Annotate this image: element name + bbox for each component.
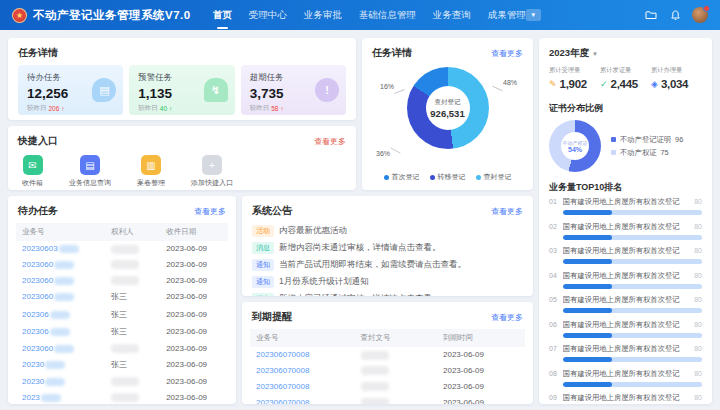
business-no-link[interactable]: 20230 (22, 377, 44, 386)
business-no-link[interactable]: 2023 (22, 393, 40, 402)
table-row: 202306070008 2023-06-09 (250, 394, 525, 404)
top10-label: 国有建设用地上房屋所有权首次登记 (563, 320, 680, 330)
business-no-link[interactable]: 202306070008 (256, 366, 309, 375)
top10-value: 80 (694, 370, 702, 377)
business-no-link[interactable]: 202306 (22, 310, 49, 319)
quick-entry-item[interactable]: ▤ 业务信息查询 (69, 155, 111, 188)
col-header-seal-doc-no: 查封文号 (355, 329, 438, 347)
table-row: 202306070008 2023-06-09 (250, 363, 525, 379)
business-no-link[interactable]: 202306070008 (256, 382, 309, 391)
announcement-item[interactable]: 通知 当前产品试用期即将结束，如需续费请点击查看。 (242, 257, 533, 274)
stat-value: 2,445 (611, 78, 638, 90)
legend-label: 转移登记 (438, 172, 466, 182)
main-nav: 首页受理中心业务审批基础信息管理业务查询成果管理 (213, 9, 526, 22)
announcement-text: 新增内容已经通过审核，详情请点击查看。 (279, 293, 441, 296)
business-no-link[interactable]: 2023060 (22, 344, 53, 353)
expiry-reminder-panel: 到期提醒 查看更多 业务号 查封文号 到期时间 202306070008 202… (242, 302, 533, 404)
nav-item[interactable]: 业务审批 (304, 9, 342, 22)
stat-card[interactable]: 预警任务 1,135 较昨日 40 ↑ ↯ (129, 65, 234, 115)
nav-item[interactable]: 成果管理 (488, 9, 526, 22)
nav-item[interactable]: 受理中心 (249, 9, 287, 22)
nav-item[interactable]: 业务查询 (433, 9, 471, 22)
owner-cell (111, 344, 139, 353)
table-row: 20230 2023-06-09 (16, 374, 228, 390)
business-no-link[interactable]: 202306070008 (256, 350, 309, 359)
announcement-item[interactable]: 消息 新增内容已经通过审核，详情请点击查看。 (242, 290, 533, 296)
date-cell: 2023-06-09 (437, 394, 525, 404)
legend-dot (611, 150, 616, 155)
stat-label: 累计受理量 (549, 66, 600, 75)
progress-bar-fill (563, 284, 612, 289)
owner-cell: 张三 (111, 326, 127, 337)
business-no-link[interactable]: 202306070008 (256, 398, 309, 404)
top10-value: 80 (694, 198, 702, 205)
top10-label: 国有建设用地上房屋所有权首次登记 (563, 369, 680, 379)
donut-center-label: 查封登记 (435, 98, 461, 107)
panel-title: 到期提醒 (252, 310, 292, 324)
top10-value: 80 (694, 394, 702, 401)
doc-no-cell (361, 351, 389, 360)
quick-entry-item[interactable]: ✉ 收件箱 (22, 155, 43, 188)
stat-subtext: 较昨日 40 ↑ (138, 104, 225, 113)
stat-card[interactable]: 超期任务 3,735 较昨日 58 ↑ ! (241, 65, 346, 115)
progress-bar-fill (563, 382, 612, 387)
quick-entry-items: ✉ 收件箱 ▤ 业务信息查询 ▥ 案卷整理 + 添加快捷入口 (8, 153, 356, 190)
leader-line (394, 89, 405, 94)
quick-entry-item[interactable]: + 添加快捷入口 (191, 155, 233, 188)
redacted-blur (41, 394, 61, 402)
progress-bar-track (563, 333, 702, 338)
nav-more-chevron-down-icon[interactable]: ▾ (526, 9, 541, 21)
stat-card[interactable]: 待办任务 12,256 较昨日 206 ↑ ▤ (18, 65, 123, 115)
announcement-item[interactable]: 消息 新增内容尚未通过审核，详情请点击查看。 (242, 240, 533, 257)
business-no-link[interactable]: 20230603 (22, 244, 58, 253)
view-more-link[interactable]: 查看更多 (491, 206, 523, 217)
col-header-expiry: 到期时间 (437, 329, 525, 347)
view-more-link[interactable]: 查看更多 (314, 136, 346, 147)
quick-entry-label: 收件箱 (22, 178, 43, 188)
alarm-icon: ! (315, 78, 339, 102)
rank-number: 09 (549, 393, 557, 404)
progress-bar-fill (563, 357, 612, 362)
legend-item: 不动产登记证明 96 (611, 135, 683, 145)
legend-label: 查封登记 (484, 172, 512, 182)
tasks-donut: 查封登记 926,531 (407, 67, 489, 149)
pencil-icon: ✎ (549, 79, 557, 89)
business-no-link[interactable]: 2023060 (22, 276, 53, 285)
top10-label: 国有建设用地上房屋所有权首次登记 (563, 344, 680, 354)
chevron-down-icon: ▾ (593, 50, 597, 58)
nav-item[interactable]: 首页 (213, 9, 232, 22)
top10-item: 09 国有建设用地上房屋所有权首次登记 80 (539, 393, 712, 404)
top10-item: 07 国有建设用地上房屋所有权首次登记 80 (539, 344, 712, 362)
top10-value: 80 (694, 296, 702, 303)
bell-icon[interactable] (668, 9, 682, 21)
view-more-link[interactable]: 查看更多 (194, 206, 226, 217)
progress-bar-track (563, 284, 702, 289)
announcement-item[interactable]: 活动 内容最新优惠活动 (242, 223, 533, 240)
folder-icon[interactable] (644, 9, 658, 21)
business-no-link[interactable]: 202306 (22, 327, 49, 336)
legend-label: 不动产登记证明 (620, 135, 671, 145)
progress-bar-fill (563, 259, 612, 264)
date-cell: 2023-06-09 (160, 273, 228, 289)
quick-entry-item[interactable]: ▥ 案卷整理 (137, 155, 165, 188)
redacted-blur (54, 345, 74, 353)
table-row: 202306070008 2023-06-09 (250, 347, 525, 363)
stat-subtext: 较昨日 206 ↑ (27, 104, 114, 113)
nav-item[interactable]: 基础信息管理 (359, 9, 416, 22)
stat-value: 3,034 (661, 78, 688, 90)
year-selector[interactable]: 2023年度 ▾ (539, 38, 712, 64)
business-no-link[interactable]: 20230 (22, 360, 44, 369)
user-avatar[interactable] (692, 7, 708, 23)
top-navbar: ★ 不动产登记业务管理系统V7.0 首页受理中心业务审批基础信息管理业务查询成果… (0, 0, 720, 30)
business-no-link[interactable]: 2023060 (22, 292, 53, 301)
view-more-link[interactable]: 查看更多 (491, 48, 523, 59)
business-no-link[interactable]: 2023060 (22, 260, 53, 269)
donut-chart: 查封登记 926,531 48% 16% 36% (362, 67, 533, 165)
view-more-link[interactable]: 查看更多 (491, 312, 523, 323)
date-cell: 2023-06-09 (160, 389, 228, 404)
yearly-stats-panel: 2023年度 ▾ 累计受理量 ✎ 1,902 累计发证量 ✓ 2,445 累计办… (539, 38, 712, 404)
legend-dot (430, 175, 435, 180)
top10-item: 08 国有建设用地上房屋所有权首次登记 80 (539, 369, 712, 387)
announcement-item[interactable]: 通知 1月份系统升级计划通知 (242, 273, 533, 290)
leader-line (390, 147, 400, 153)
